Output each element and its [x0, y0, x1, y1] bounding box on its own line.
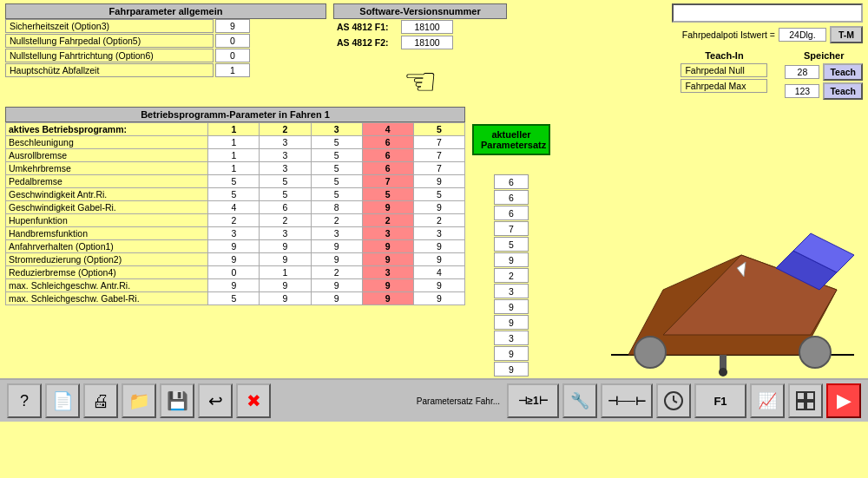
stop-button[interactable]: ▶ [826, 383, 861, 418]
chart-button[interactable]: 📈 [750, 383, 785, 418]
col-header: 1 [208, 123, 260, 136]
pointing-hand-icon: ☞ [404, 59, 437, 103]
cell-value: 9 [362, 240, 413, 253]
table-row: Beschleunigung13567 [6, 136, 465, 149]
param-label: Nullstellung Fahrtrichtung (Option6) [5, 49, 214, 62]
speicher-value: 28 [785, 65, 819, 79]
cell-value: 8 [311, 201, 362, 214]
speicher-value: 123 [785, 84, 819, 98]
table-row: Anfahrverhalten (Option1)99999 [6, 240, 465, 253]
extra-value: 3 [494, 284, 529, 298]
teach-in-header: Teach-In [681, 50, 767, 61]
extra-value: 6 [494, 206, 529, 220]
table-row: Reduzierbremse (Option4)01234 [6, 266, 465, 279]
row-label: Stromreduzierung (Option2) [6, 253, 208, 266]
cell-value: 9 [311, 279, 362, 292]
back-button[interactable]: ↩ [198, 383, 233, 418]
col-header: 2 [260, 123, 311, 136]
cell-value: 0 [208, 266, 260, 279]
cell-value: 6 [362, 149, 413, 162]
svg-rect-15 [797, 402, 805, 409]
cell-value: 5 [362, 188, 413, 201]
table-row: Geschwindigkeit Gabel-Ri.46899 [6, 201, 465, 214]
range-button[interactable]: ⊣≥1⊢ [507, 383, 559, 418]
print-button[interactable]: 🖨 [83, 383, 118, 418]
col-header: 3 [311, 123, 362, 136]
cell-value: 5 [208, 292, 260, 305]
fahrparameter-header: Fahrparameter allgemein [5, 3, 326, 19]
teach-row: Fahrpedal Null [681, 63, 767, 77]
fahpedal-value: 24Dlg. [779, 28, 826, 42]
cell-value: 2 [260, 214, 311, 227]
param-row: Nullstellung Fahrtrichtung (Option6) 0 [5, 49, 326, 62]
table-row: Pedalbremse55579 [6, 175, 465, 188]
cell-value: 5 [311, 136, 362, 149]
cell-value: 9 [260, 279, 311, 292]
cell-value: 6 [260, 201, 311, 214]
grid-button[interactable] [788, 383, 823, 418]
chart-icon: 📈 [758, 391, 777, 410]
cell-value: 5 [311, 175, 362, 188]
cell-value: 2 [208, 214, 260, 227]
row-label: Geschwindigkeit Gabel-Ri. [6, 201, 208, 214]
toolbar-left: ? 📄 🖨 📁 💾 ↩ ✖ [7, 383, 271, 418]
help-button[interactable]: ? [7, 383, 42, 418]
cell-value: 5 [311, 188, 362, 201]
param-row: Hauptschütz Abfallzeit 1 [5, 63, 326, 77]
tm-button[interactable]: T-M [830, 26, 863, 43]
col-header: aktives Betriebsprogramm: [6, 123, 208, 136]
cell-value: 4 [413, 266, 464, 279]
cell-value: 5 [311, 149, 362, 162]
measure-button[interactable]: ⊣──⊢ [601, 383, 653, 418]
cell-value: 9 [311, 253, 362, 266]
top-right-input[interactable] [672, 3, 863, 23]
table-row: Handbremsfunktion33333 [6, 227, 465, 240]
cell-value: 1 [260, 266, 311, 279]
param-label: Sicherheitszeit (Option3) [5, 19, 214, 33]
cell-value: 3 [413, 227, 464, 240]
save-button[interactable]: 💾 [160, 383, 194, 418]
document-icon: 📄 [52, 390, 74, 411]
teach-button[interactable]: Teach [823, 63, 863, 81]
aktueller-box: aktueller Parametersatz [472, 124, 550, 155]
cell-value: 6 [362, 136, 413, 149]
cell-value: 5 [260, 188, 311, 201]
cell-value: 9 [413, 253, 464, 266]
cell-value: 3 [260, 162, 311, 175]
row-label: Umkehrbremse [6, 162, 208, 175]
extra-value: 2 [494, 268, 529, 283]
cell-value: 2 [413, 214, 464, 227]
teach-button[interactable]: Teach [823, 82, 863, 100]
folder-button[interactable]: 📁 [122, 383, 156, 418]
sw-label: AS 4812 F1: [337, 22, 398, 32]
nav-label-right: Parametersatz Fahr... [417, 396, 500, 406]
cancel-button[interactable]: ✖ [236, 383, 271, 418]
clock-button[interactable] [656, 383, 691, 418]
cell-value: 9 [208, 240, 260, 253]
cell-value: 2 [311, 214, 362, 227]
svg-rect-16 [806, 402, 814, 409]
cell-value: 3 [362, 227, 413, 240]
fahpedal-label: Fahrpedalpoti Istwert = [682, 29, 775, 40]
extra-value: 9 [494, 315, 529, 330]
cancel-icon: ✖ [247, 390, 261, 411]
extra-value: 6 [494, 190, 529, 205]
f1-button[interactable]: F1 [694, 383, 746, 418]
sw-row: AS 4812 F1: 18100 [333, 19, 507, 35]
teach-label: Fahrpedal Null [681, 63, 767, 77]
cell-value: 9 [362, 292, 413, 305]
betrieb-header: Betriebsprogramm-Parameter in Fahren 1 [5, 107, 465, 122]
row-label: Ausrollbremse [6, 149, 208, 162]
toolbar-right: ⊣≥1⊢ 🔧 ⊣──⊢ F1 📈 [507, 383, 861, 418]
cell-value: 9 [413, 292, 464, 305]
cell-value: 4 [208, 201, 260, 214]
save-icon: 💾 [167, 390, 188, 411]
cell-value: 2 [362, 214, 413, 227]
tool-button[interactable]: 🔧 [562, 383, 597, 418]
document-button[interactable]: 📄 [45, 383, 80, 418]
row-label: max. Schleichgeschw. Antr.Ri. [6, 279, 208, 292]
table-row: max. Schleichgeschw. Antr.Ri.99999 [6, 279, 465, 292]
speicher-row: 28 Teach [785, 63, 863, 81]
extra-value: 9 [494, 362, 529, 377]
extra-value: 9 [494, 252, 529, 267]
